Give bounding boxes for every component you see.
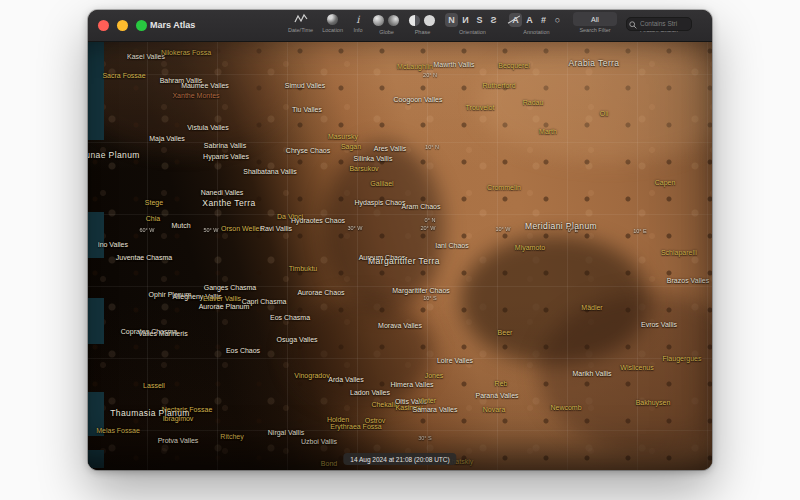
map-label: Bond xyxy=(321,460,337,467)
map-label: Flaugergues xyxy=(663,355,702,362)
close-button[interactable] xyxy=(98,20,109,31)
map-label: Novara xyxy=(483,406,506,413)
map-label: Eos Chasma xyxy=(270,314,310,321)
map-label: Jones xyxy=(425,372,444,379)
grid-coordinate-label: 0° E xyxy=(568,227,578,233)
mars-map[interactable]: Kasei VallesNilokeras FossaSacra FossaeB… xyxy=(88,42,712,470)
grid-coordinate-label: 10° E xyxy=(633,228,647,234)
map-label: Maja Valles xyxy=(149,135,185,142)
map-label: Loire Valles xyxy=(437,357,473,364)
annotation-circle-button[interactable]: ○ xyxy=(551,13,564,27)
annotation-label: Annotation xyxy=(523,29,549,35)
map-label: Aram Chaos xyxy=(402,203,441,210)
annotation-labels-button[interactable]: A xyxy=(523,13,536,27)
grid-coordinate-label: 60° W xyxy=(139,227,154,233)
orientation-s-button[interactable]: S xyxy=(473,13,486,27)
map-label: Hypanis Valles xyxy=(203,153,249,160)
grid-coordinate-label: 50° W xyxy=(203,227,218,233)
datetime-icon xyxy=(294,12,308,26)
map-label: Lunae Planum xyxy=(88,150,140,160)
map-label: Vinter xyxy=(418,397,436,404)
annotation-group: A A # ○ Annotation xyxy=(509,12,564,35)
grid-coordinate-label: 10° S xyxy=(423,295,437,301)
orientation-s-mirrored-button[interactable]: Ƨ xyxy=(487,13,500,27)
annotation-off-button[interactable]: A xyxy=(509,13,522,27)
map-label: Orson Welles xyxy=(221,225,263,232)
location-icon xyxy=(327,12,339,26)
map-label: Uzboi Vallis xyxy=(301,438,337,445)
map-label: Tiu Valles xyxy=(292,106,322,113)
map-label: Brazos Valles xyxy=(667,277,709,284)
phase-label: Phase xyxy=(415,29,431,35)
orientation-label: Orientation xyxy=(459,29,486,35)
map-label: Capen xyxy=(655,179,676,186)
map-label: ino Valles xyxy=(98,241,128,248)
map-label: Xanthe Montes xyxy=(172,92,219,99)
map-label: McLaughlin xyxy=(397,63,433,70)
map-label: Protva Valles xyxy=(158,437,199,444)
map-label: Kasei Valles xyxy=(127,53,165,60)
globe-day-button[interactable] xyxy=(373,13,385,27)
map-label: Samara Valles xyxy=(412,406,457,413)
map-label: Marth xyxy=(539,128,557,135)
map-label: Mawrth Vallis xyxy=(433,61,474,68)
map-label: Vinogradov xyxy=(294,372,329,379)
globe-night-button[interactable] xyxy=(388,13,400,27)
window-title: Mars Atlas xyxy=(150,20,195,30)
map-edge-strip xyxy=(88,298,104,344)
feature-search-group: Feature Search xyxy=(626,12,692,33)
info-icon: i xyxy=(352,12,364,26)
map-edge-strip xyxy=(88,450,104,468)
half-moon-icon xyxy=(409,15,420,26)
search-filter-group: All Search Filter xyxy=(573,12,617,33)
grid-coordinate-label: 30° S xyxy=(418,435,432,441)
grid-coordinate-label: 0° N xyxy=(425,217,436,223)
map-label: Meridiani Planum xyxy=(525,221,597,231)
app-window: Mars Atlas Date/Time Location i Info xyxy=(88,10,712,470)
phase-half-button[interactable] xyxy=(409,13,421,27)
map-label: Valles Marineris xyxy=(138,330,187,337)
map-edge-strip xyxy=(88,42,104,140)
map-label: Mutch xyxy=(171,222,190,229)
full-moon-icon xyxy=(424,15,435,26)
map-label: Radau xyxy=(523,99,544,106)
map-label: Timbuktu xyxy=(289,265,318,272)
map-label: Erythraea Fossa xyxy=(330,423,381,430)
map-label: Elaver Vallis xyxy=(203,295,241,302)
annotation-grid-button[interactable]: # xyxy=(537,13,550,27)
grid-coordinate-label: 20° W xyxy=(420,225,435,231)
map-label: Newcomb xyxy=(550,404,581,411)
map-label: Nanedi Valles xyxy=(201,189,244,196)
map-label: Galilaei xyxy=(370,180,393,187)
datetime-label: Date/Time xyxy=(288,27,313,33)
minimize-button[interactable] xyxy=(117,20,128,31)
orientation-n-mirrored-button[interactable]: И xyxy=(459,13,472,27)
info-button[interactable]: i Info xyxy=(352,12,364,33)
globe-shaded-icon xyxy=(388,15,399,26)
map-label: Margaritifer Terra xyxy=(368,256,440,266)
map-label: Trouvelot xyxy=(466,104,495,111)
map-label: Evros Vallis xyxy=(641,321,677,328)
search-icon xyxy=(629,15,637,33)
titlebar: Mars Atlas Date/Time Location i Info xyxy=(88,10,712,42)
map-label: Melas Fossae xyxy=(96,427,140,434)
search-filter-dropdown[interactable]: All xyxy=(573,12,617,26)
grid-coordinate-label: 10° W xyxy=(495,226,510,232)
map-label: Beer xyxy=(498,329,513,336)
map-label: Aurorae Planum xyxy=(199,303,250,310)
map-label: Mädler xyxy=(581,304,602,311)
phase-full-button[interactable] xyxy=(424,13,436,27)
orientation-group: N И S Ƨ Orientation xyxy=(445,12,500,35)
globe-label: Globe xyxy=(379,29,394,35)
location-label: Location xyxy=(322,27,343,33)
map-label: Vistula Valles xyxy=(187,124,228,131)
datetime-status: 14 Aug 2024 at 21:08 (20:08 UTC) xyxy=(343,453,456,465)
location-button[interactable]: Location xyxy=(322,12,343,33)
datetime-button[interactable]: Date/Time xyxy=(288,12,313,33)
orientation-n-button[interactable]: N xyxy=(445,13,458,27)
map-label: Bakhuysen xyxy=(636,399,671,406)
map-label: Ritchey xyxy=(220,433,243,440)
map-label: Marikh Vallis xyxy=(572,370,611,377)
zoom-button[interactable] xyxy=(136,20,147,31)
globe-group: Globe xyxy=(373,12,400,35)
